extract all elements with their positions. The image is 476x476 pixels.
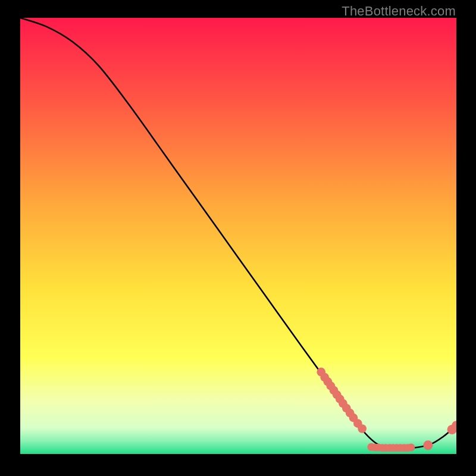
data-marker <box>423 440 433 450</box>
watermark-label: TheBottleneck.com <box>342 4 456 19</box>
plot-area <box>20 18 456 458</box>
marker-group <box>317 368 456 452</box>
data-marker <box>358 424 367 433</box>
bottleneck-curve <box>20 18 456 448</box>
chart-stage: TheBottleneck.com <box>0 0 476 476</box>
data-marker <box>407 443 415 451</box>
curve-layer <box>20 18 456 454</box>
